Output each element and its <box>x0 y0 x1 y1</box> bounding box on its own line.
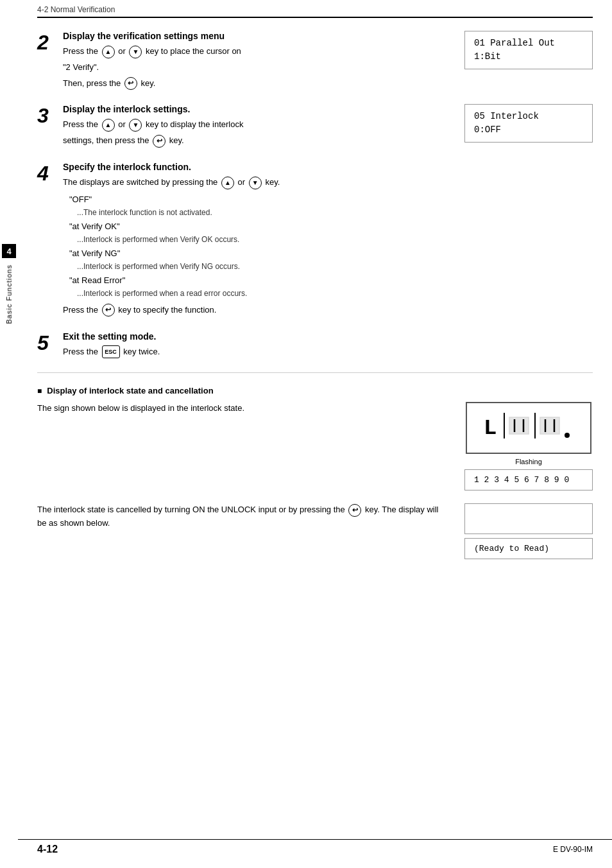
bullet-1-label: "at Verify OK" <box>69 221 120 231</box>
step-3-press: Press the <box>63 119 98 129</box>
bullet-3: "at Read Error" ...Interlock is performe… <box>69 274 593 300</box>
step-5-block: 5 Exit the setting mode. Press the ESC k… <box>37 331 593 361</box>
step-3-display: key to display the interlock <box>146 119 243 129</box>
step-3-then-text: settings, then press the <box>63 135 149 145</box>
step-3-display: 05 Interlock 0:OFF <box>464 104 593 143</box>
step-3-content: Display the interlock settings. Press th… <box>63 104 593 150</box>
bullet-1-sub: ...Interlock is performed when Verify OK… <box>77 234 593 246</box>
bullet-2-sub: ...Interlock is performed when Verify NG… <box>77 261 593 273</box>
svg-point-9 <box>565 433 570 438</box>
step-4-footer-suffix: key to specify the function. <box>118 305 216 315</box>
step-4-number: 4 <box>37 162 63 184</box>
numbers-display: 1 2 3 4 5 6 7 8 9 0 <box>464 469 593 490</box>
step3-display-line2: 0:OFF <box>474 123 583 137</box>
enter-key-4 <box>102 304 115 317</box>
step-2-display-box: 01 Parallel Out 1:Bit <box>464 31 593 69</box>
step-3-block: 3 Display the interlock settings. Press … <box>37 104 593 150</box>
interlock-body1: The sign shown below is displayed in the… <box>37 402 445 415</box>
step-3-left: Display the interlock settings. Press th… <box>63 104 445 150</box>
step-4-suffix: key. <box>265 177 280 187</box>
page-header: 4-2 Normal Verification <box>37 0 593 18</box>
bullet-0-sub: ...The interlock function is not activat… <box>77 207 593 219</box>
step-4-prefix: The displays are switched by pressing th… <box>63 177 217 187</box>
interlock-right-display: L <box>464 402 593 490</box>
numbers-line: 1 2 3 4 5 6 7 8 9 0 <box>474 475 583 485</box>
loc-svg: L <box>477 410 580 442</box>
step-4-or: or <box>238 177 246 187</box>
blank-line-2 <box>474 520 583 528</box>
step-2-row: Display the verification settings menu P… <box>63 31 593 92</box>
step-4-block: 4 Specify the interlock function. The di… <box>37 162 593 320</box>
step-3-key-suffix: key. <box>169 135 184 145</box>
step-2-display: 01 Parallel Out 1:Bit <box>464 31 593 69</box>
down-arrow-key-3 <box>129 119 142 132</box>
step-2-place: key to place the cursor on <box>146 46 241 56</box>
step-5-press: Press the ESC key twice. <box>63 345 593 359</box>
footer-doc-id: E DV-90-IM <box>553 845 593 854</box>
interlock-cancel-right: (Ready to Read) <box>464 503 593 559</box>
svg-rect-6 <box>540 417 559 434</box>
interlock-left-text: The sign shown below is displayed in the… <box>37 402 445 415</box>
step-2-number: 2 <box>37 31 63 53</box>
step3-display-line1: 05 Interlock <box>474 110 583 123</box>
display-line2: 1:Bit <box>474 50 583 64</box>
bullet-0: "OFF" ...The interlock function is not a… <box>69 193 593 219</box>
loc-display: L <box>466 402 591 454</box>
step-3-display-box: 05 Interlock 0:OFF <box>464 104 593 143</box>
enter-key-cancel <box>348 504 361 517</box>
step-2-title: Display the verification settings menu <box>63 31 445 41</box>
step-4-bullets: "OFF" ...The interlock function is not a… <box>69 193 593 300</box>
step-2-press: Press the <box>63 46 98 56</box>
main-content: 4-2 Normal Verification 2 Display the ve… <box>18 0 612 585</box>
step-4-footer-prefix: Press the <box>63 305 98 315</box>
sidebar: 4 Basic Functions <box>0 0 18 868</box>
enter-key-2 <box>124 77 137 90</box>
display-line1: 01 Parallel Out <box>474 37 583 50</box>
step-3-title: Display the interlock settings. <box>63 104 445 114</box>
bullet-3-sub: ...Interlock is performed when a read er… <box>77 288 593 300</box>
interlock-section-heading: Display of interlock state and cancellat… <box>37 386 593 395</box>
bullet-1: "at Verify OK" ...Interlock is performed… <box>69 220 593 246</box>
up-arrow-key <box>102 46 115 58</box>
step-2-body: Press the or key to place the cursor on … <box>63 45 445 90</box>
step-2-line1: Press the or key to place the cursor on <box>63 45 445 58</box>
step-2-cursor-text: "2 Verify". <box>63 61 445 74</box>
ready-display: (Ready to Read) <box>464 538 593 559</box>
step-5-title: Exit the setting mode. <box>63 331 593 342</box>
up-arrow-key-4 <box>221 177 234 189</box>
svg-text:L: L <box>484 416 499 440</box>
chapter-number: 4 <box>2 244 16 258</box>
enter-key-3 <box>153 135 166 148</box>
ready-line: (Ready to Read) <box>474 544 583 553</box>
step-3-body: Press the or key to display the interloc… <box>63 118 445 148</box>
cancel-prefix: The interlock state is cancelled by turn… <box>37 505 345 514</box>
step-3-or: or <box>118 119 126 129</box>
step-5-prefix: Press the <box>63 347 98 356</box>
blank-display <box>464 503 593 534</box>
blank-line-1 <box>474 510 583 518</box>
svg-rect-2 <box>509 417 529 434</box>
step-5-body: Press the ESC key twice. <box>63 345 593 359</box>
step-2-then-press: Then, press the <box>63 78 121 88</box>
step-5-suffix: key twice. <box>123 347 160 356</box>
esc-key: ESC <box>102 345 120 358</box>
down-arrow-key <box>129 46 142 58</box>
bullet-2-label: "at Verify NG" <box>69 248 120 258</box>
step-2-key-suffix: key. <box>141 78 156 88</box>
flashing-label: Flashing <box>515 458 542 465</box>
step-5-content: Exit the setting mode. Press the ESC key… <box>63 331 593 361</box>
step-2-block: 2 Display the verification settings menu… <box>37 31 593 92</box>
step-3-line1: Press the or key to display the interloc… <box>63 118 445 132</box>
bullet-3-label: "at Read Error" <box>69 275 125 285</box>
step-3-row: Display the interlock settings. Press th… <box>63 104 593 150</box>
step-5-number: 5 <box>37 331 63 353</box>
step-2-content: Display the verification settings menu P… <box>63 31 593 92</box>
bullet-0-label: "OFF" <box>69 195 92 204</box>
down-arrow-key-4 <box>249 177 262 189</box>
up-arrow-key-3 <box>102 119 115 132</box>
interlock-cancel-left: The interlock state is cancelled by turn… <box>37 503 445 530</box>
cancel-text: The interlock state is cancelled by turn… <box>37 503 445 530</box>
step-2-then: Then, press the key. <box>63 77 445 91</box>
header-text: 4-2 Normal Verification <box>37 5 115 14</box>
footer-page-number: 4-12 <box>37 844 58 855</box>
